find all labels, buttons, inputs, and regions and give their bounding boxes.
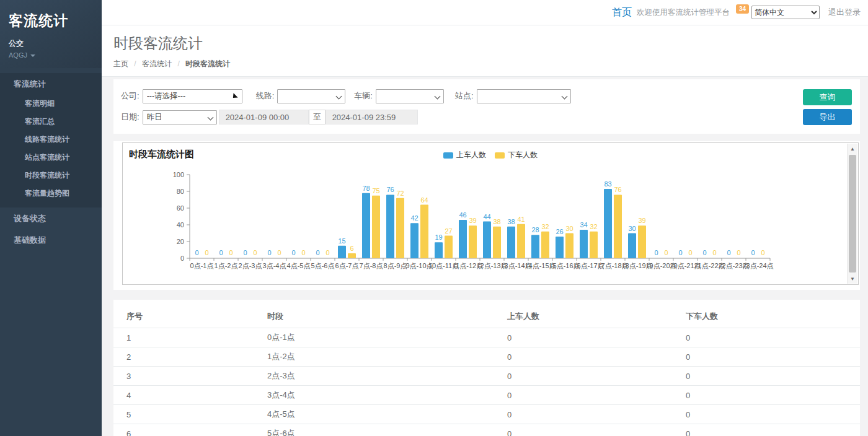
- svg-text:26: 26: [556, 228, 563, 235]
- query-button[interactable]: 查询: [803, 89, 852, 105]
- user-dropdown[interactable]: AQGJ: [9, 51, 93, 59]
- svg-text:0: 0: [205, 249, 208, 256]
- sidebar-item-trend-chart[interactable]: 客流量趋势图: [0, 185, 102, 203]
- svg-text:30: 30: [628, 225, 636, 232]
- filter-panel: 公司: ---请选择--- 线路: 车辆: 站点:: [113, 79, 860, 134]
- svg-text:8点-9点: 8点-9点: [384, 262, 407, 269]
- legend-label-alighting: 下车人数: [508, 150, 538, 160]
- period-stats-table: 序号 时段 上车人数 下车人数 10点-1点0021点-2点0032点-3点00…: [113, 306, 860, 436]
- svg-text:42: 42: [410, 214, 418, 222]
- station-select-wrap: [477, 89, 571, 103]
- sidebar-item-period-stats[interactable]: 时段客流统计: [0, 167, 102, 185]
- svg-text:0: 0: [688, 249, 692, 256]
- vehicle-label: 车辆:: [354, 90, 373, 102]
- sidebar-item-passenger-stats[interactable]: 客流统计: [0, 73, 102, 95]
- svg-text:0: 0: [253, 249, 257, 256]
- legend-item-boarding: 上车人数: [443, 150, 486, 160]
- page-heading: 时段客流统计 主页 / 客流统计 / 时段客流统计: [102, 25, 868, 77]
- svg-text:27: 27: [445, 227, 452, 235]
- scroll-up-icon[interactable]: ▲: [848, 144, 857, 154]
- legend-swatch-blue: [443, 152, 453, 159]
- legend-swatch-yellow: [495, 152, 505, 159]
- sidebar-nav: 客流统计 客流明细 客流汇总 线路客流统计 站点客流统计 时段客流统计 客流量趋…: [0, 73, 102, 251]
- sidebar-brand-block: 客流统计 公交 AQGJ: [0, 0, 102, 68]
- table-cell: 0: [673, 367, 860, 386]
- svg-text:40: 40: [177, 221, 184, 229]
- breadcrumb-current: 时段客流统计: [185, 59, 230, 68]
- svg-text:0: 0: [291, 249, 295, 256]
- svg-text:75: 75: [372, 187, 379, 194]
- svg-text:0: 0: [654, 249, 658, 256]
- line-label: 线路:: [256, 90, 275, 102]
- app-title: 客流统计: [9, 11, 93, 30]
- sidebar-item-passenger-summary[interactable]: 客流汇总: [0, 113, 102, 131]
- sidebar-item-device-status[interactable]: 设备状态: [0, 207, 102, 229]
- svg-text:100: 100: [173, 171, 184, 178]
- svg-text:64: 64: [420, 196, 428, 204]
- svg-text:6: 6: [350, 245, 353, 252]
- svg-text:76: 76: [614, 186, 621, 193]
- svg-text:2点-3点: 2点-3点: [239, 262, 262, 269]
- svg-text:0: 0: [326, 249, 329, 256]
- legend-label-boarding: 上车人数: [456, 150, 486, 160]
- svg-text:0: 0: [664, 249, 668, 256]
- svg-text:60: 60: [177, 204, 184, 212]
- breadcrumb-passenger-stats[interactable]: 客流统计: [142, 59, 172, 68]
- table-cell: 0: [494, 367, 673, 386]
- date-end-input[interactable]: 2024-01-09 23:59: [326, 110, 418, 124]
- date-start-input[interactable]: 2024-01-09 00:00: [219, 110, 309, 124]
- date-preset-wrap: 昨日: [143, 110, 217, 124]
- table-cell: 5点-6点: [254, 424, 494, 436]
- header-index: 序号: [113, 306, 254, 328]
- org-name: 公交: [9, 38, 93, 49]
- sidebar: 客流统计 公交 AQGJ 客流统计 客流明细 客流汇总 线路客流统计 站点客流统…: [0, 0, 102, 436]
- chart-panel: 时段车流统计图 上车人数 下车人数 0204060801000点-1点001点-…: [113, 141, 860, 290]
- svg-text:39: 39: [469, 217, 476, 224]
- station-select[interactable]: [477, 89, 571, 103]
- table-cell: 0: [494, 347, 673, 367]
- table-cell: 2点-3点: [254, 367, 494, 386]
- table-cell: 0: [494, 405, 673, 424]
- station-label: 站点:: [455, 90, 474, 102]
- svg-text:38: 38: [493, 218, 500, 225]
- table-row: 10点-1点00: [113, 328, 860, 347]
- filter-row-1: 公司: ---请选择--- 线路: 车辆: 站点:: [121, 89, 860, 103]
- table-cell: 0: [673, 386, 860, 405]
- export-button[interactable]: 导出: [803, 109, 852, 125]
- svg-text:7点-8点: 7点-8点: [360, 262, 383, 269]
- breadcrumb-home[interactable]: 主页: [113, 59, 128, 68]
- sidebar-item-base-data[interactable]: 基础数据: [0, 229, 102, 251]
- svg-text:39: 39: [638, 217, 645, 224]
- chart-vertical-scrollbar[interactable]: ▲ ▼: [847, 144, 857, 284]
- svg-text:0: 0: [301, 249, 305, 256]
- date-label: 日期:: [121, 111, 140, 123]
- sidebar-item-passenger-detail[interactable]: 客流明细: [0, 95, 102, 113]
- topbar: 首页 欢迎使用客流统计管理平台 34 简体中文 退出登录: [102, 0, 868, 25]
- svg-text:34: 34: [580, 221, 587, 229]
- date-preset-select[interactable]: 昨日: [143, 110, 217, 124]
- app-window: 客流统计 公交 AQGJ 客流统计 客流明细 客流汇总 线路客流统计 站点客流统…: [0, 0, 868, 436]
- language-select[interactable]: 简体中文: [751, 6, 820, 19]
- content-area: 公司: ---请选择--- 线路: 车辆: 站点:: [102, 77, 868, 436]
- table-cell: 1点-2点: [254, 347, 494, 367]
- line-select[interactable]: [277, 89, 345, 103]
- main-area: 首页 欢迎使用客流统计管理平台 34 简体中文 退出登录 时段客流统计 主页 /…: [102, 0, 868, 436]
- sidebar-item-station-stats[interactable]: 站点客流统计: [0, 149, 102, 167]
- vehicle-select[interactable]: [376, 89, 444, 103]
- scroll-down-icon[interactable]: ▼: [848, 274, 857, 284]
- company-select[interactable]: ---请选择---: [143, 89, 242, 103]
- svg-text:0: 0: [702, 249, 706, 256]
- sidebar-item-line-stats[interactable]: 线路客流统计: [0, 131, 102, 149]
- table-cell: 2: [113, 347, 254, 367]
- notification-badge: 34: [736, 4, 749, 14]
- scrollbar-thumb[interactable]: [849, 155, 856, 272]
- home-link[interactable]: 首页: [612, 6, 632, 19]
- table-row: 32点-3点00: [113, 367, 860, 386]
- table-row: 54点-5点00: [113, 405, 860, 424]
- logout-link[interactable]: 退出登录: [828, 7, 861, 18]
- chart-title: 时段车流统计图: [129, 149, 194, 160]
- svg-text:0: 0: [751, 249, 755, 256]
- svg-text:46: 46: [459, 211, 466, 219]
- table-cell: 6: [113, 424, 254, 436]
- header-alighting: 下车人数: [673, 306, 860, 328]
